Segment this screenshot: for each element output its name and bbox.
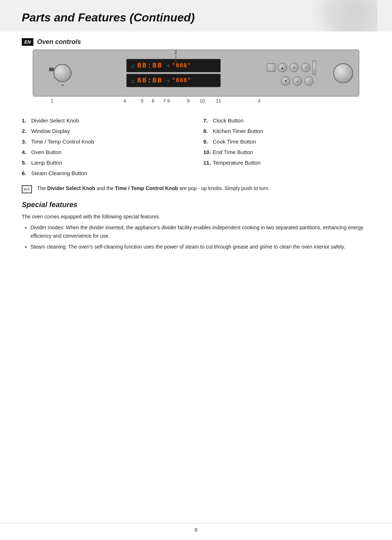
part-item-4: 4. Oven Button — [22, 148, 189, 156]
lamp-button[interactable]: ▼ — [281, 76, 290, 86]
part-label-7: Clock Button — [213, 117, 244, 124]
temperature-button[interactable] — [313, 60, 316, 75]
part-num-10: 10. — [203, 149, 211, 155]
note-text-3: are pop - up knobs. Simply push to turn. — [179, 185, 269, 191]
page-title: Parts and Features (Continued) — [22, 11, 370, 24]
up-button[interactable]: ▲ — [278, 63, 287, 72]
display-icon-top: △ — [131, 63, 134, 68]
parts-list: 1. Divider Select Knob 7. Clock Button 2… — [22, 116, 370, 177]
btn-row-bottom: ▼ △ → — [269, 76, 314, 86]
label-pos-3: 3 — [258, 98, 260, 104]
part-label-9: Cook Time Button — [213, 138, 256, 145]
part-item-6: 6. Steam Cleaning Button — [22, 169, 189, 177]
part-item-9: 9. Cook Time Button — [203, 137, 370, 146]
note-text: The Divider Select Knob and the Time / T… — [37, 185, 270, 192]
part-label-5: Lamp Button — [31, 160, 62, 166]
label-pos-6: 6 — [152, 98, 154, 104]
part-item-7: 7. Clock Button — [203, 116, 370, 125]
part-num-8: 8. — [203, 128, 211, 134]
label-pos-5: 5 — [141, 98, 143, 104]
kitchen-timer-button[interactable]: ⊣ — [301, 63, 310, 72]
part-item-5: 5. Lamp Button — [22, 158, 189, 167]
oven-diagram: 2 — [22, 49, 370, 109]
clock-button[interactable]: ⊙ — [289, 63, 299, 72]
page-footer: 8 — [0, 523, 392, 533]
part-item-1: 1. Divider Select Knob — [22, 116, 189, 125]
note-bold-2: Time / Temp Control Knob — [115, 185, 178, 191]
display-time-top: 88:88 — [137, 61, 163, 70]
part-label-1: Divider Select Knob — [31, 117, 79, 124]
special-features-list: Divider modes: When the divider inserted… — [22, 223, 370, 251]
part-item-2: 2. Window Display — [22, 127, 189, 135]
page-header: Parts and Features (Continued) — [0, 0, 392, 32]
part-label-3: Time / Temp Control Knob — [31, 138, 94, 145]
part-item-10: 10. End Time Button — [203, 148, 370, 156]
display-icon-bottom: △ — [131, 78, 134, 83]
note-text-2: and the — [97, 185, 115, 191]
display-box-bottom: △ 88:88 ⊣ °888° — [126, 74, 221, 87]
language-badge: EN — [22, 38, 33, 46]
part-label-6: Steam Cleaning Button — [31, 170, 87, 176]
part-label-2: Window Display — [31, 128, 70, 134]
part-num-11: 11. — [203, 160, 211, 166]
part-item-3: 3. Time / Temp Control Knob — [22, 137, 189, 146]
display-temp-bottom: °888° — [172, 77, 191, 84]
main-content: 2 — [0, 49, 392, 251]
steam-button[interactable]: △ — [293, 76, 302, 86]
label-pos-10: 10 — [200, 98, 205, 104]
special-features-title: Special features — [22, 201, 370, 209]
note-icon: ✉✕ — [22, 185, 32, 193]
part-label-11: Temperature Button — [213, 160, 261, 166]
part-num-7: 7. — [203, 117, 211, 124]
note-box: ✉✕ The Divider Select Knob and the Time … — [22, 185, 370, 193]
part-item-8: 8. Kitchen Timer Button — [203, 127, 370, 135]
part-num-6: 6. — [22, 170, 30, 176]
label-pos-4: 4 — [123, 98, 126, 104]
part-item-11: 11. Temperature Button — [203, 158, 370, 167]
special-feature-item-2: Steam cleaning: The oven's self-cleaning… — [30, 243, 370, 251]
part-num-2: 2. — [22, 128, 30, 134]
display-arrow-top: ⊣ — [166, 63, 169, 68]
oven-controls-section-header: EN Oven controls — [22, 38, 370, 46]
time-temp-control-knob[interactable] — [333, 63, 353, 83]
window-display: △ 88:88 ⊣ °888° △ 88:88 ⊣ °888° — [91, 59, 255, 87]
display-time-bottom: 88:88 — [137, 76, 163, 85]
divider-select-knob[interactable] — [53, 64, 72, 82]
oven-button[interactable] — [267, 63, 275, 72]
label-pos-7-8: 7 8 — [163, 98, 170, 104]
note-icon-symbol: ✉✕ — [24, 187, 30, 192]
part-label-8: Kitchen Timer Button — [213, 128, 263, 134]
special-features-intro: The oven comes equipped with the followi… — [22, 213, 370, 221]
display-arrow-bottom: ⊣ — [166, 78, 169, 83]
part-label-10: End Time Button — [213, 149, 253, 155]
cook-time-button[interactable]: → — [304, 76, 314, 86]
part-num-1: 1. — [22, 117, 30, 124]
panel-left — [33, 50, 91, 96]
oven-controls-title: Oven controls — [37, 38, 81, 46]
display-temp-top: °888° — [172, 63, 191, 69]
diagram-number-labels: 1 4 5 6 7 8 9 10 11 3 — [22, 98, 370, 109]
part-num-5: 5. — [22, 160, 30, 166]
note-bold-1: Divider Select Knob — [47, 185, 95, 191]
panel-buttons: ▲ ⊙ ⊣ ▼ △ → — [255, 60, 328, 86]
special-feature-item-1: Divider modes: When the divider inserted… — [30, 223, 370, 240]
special-features-section: Special features The oven comes equipped… — [22, 201, 370, 251]
display-box-top: △ 88:88 ⊣ °888° — [126, 59, 221, 72]
label-num-2: 2 — [174, 49, 177, 55]
part-label-4: Oven Button — [31, 149, 61, 155]
oven-panel: △ 88:88 ⊣ °888° △ 88:88 ⊣ °888° — [33, 49, 359, 97]
label-pos-9: 9 — [187, 98, 189, 104]
btn-row-top: ▲ ⊙ ⊣ — [267, 60, 316, 75]
label-pos-1: 1 — [51, 98, 53, 104]
part-num-4: 4. — [22, 149, 30, 155]
part-num-3: 3. — [22, 138, 30, 145]
part-num-9: 9. — [203, 138, 211, 145]
label-pos-11: 11 — [216, 98, 221, 104]
page-number: 8 — [195, 527, 197, 533]
